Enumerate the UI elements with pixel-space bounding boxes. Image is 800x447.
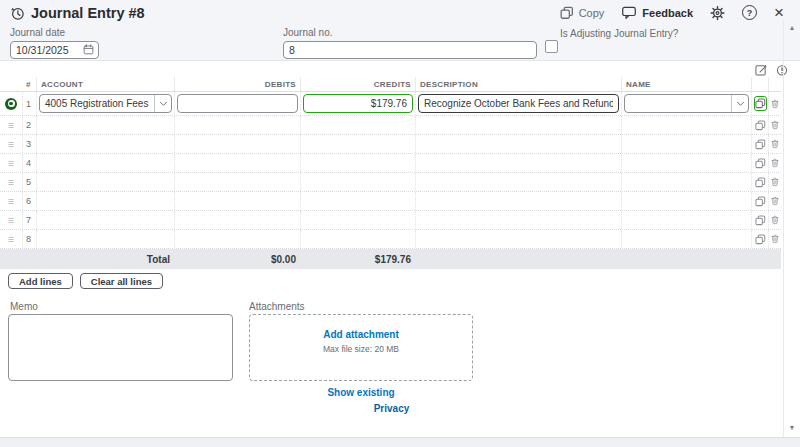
row-number: 5 <box>22 173 36 191</box>
col-debits: DEBITS <box>174 77 300 91</box>
drag-handle-icon[interactable]: ≡ <box>8 158 14 168</box>
duplicate-row-icon[interactable] <box>755 196 766 207</box>
credits-cell[interactable] <box>300 173 415 191</box>
credits-cell[interactable] <box>300 192 415 210</box>
account-cell[interactable] <box>36 173 174 191</box>
chevron-down-icon[interactable] <box>731 95 748 112</box>
name-cell[interactable] <box>621 116 751 134</box>
title-row: Journal Entry #8 <box>10 5 145 21</box>
debits-cell[interactable] <box>174 116 300 134</box>
description-cell[interactable] <box>415 135 621 153</box>
credits-cell[interactable] <box>300 154 415 172</box>
feedback-button[interactable]: Feedback <box>621 5 693 20</box>
delete-row-icon[interactable] <box>771 195 779 207</box>
account-cell[interactable] <box>36 116 174 134</box>
duplicate-row-icon[interactable] <box>755 139 766 150</box>
help-icon[interactable]: ? <box>742 5 757 20</box>
debits-cell[interactable] <box>174 211 300 229</box>
duplicate-row-icon[interactable] <box>755 120 766 131</box>
col-credits: CREDITS <box>300 77 415 91</box>
show-existing-link[interactable]: Show existing <box>249 387 473 398</box>
credits-input[interactable] <box>303 94 413 113</box>
table-row-4: ≡ 4 <box>0 154 781 173</box>
debits-cell[interactable] <box>174 154 300 172</box>
history-icon[interactable] <box>10 6 25 21</box>
debits-cell[interactable] <box>174 230 300 248</box>
delete-row-icon[interactable] <box>771 214 779 226</box>
drag-handle-icon[interactable]: ≡ <box>8 215 14 225</box>
drag-handle-icon[interactable]: ≡ <box>8 120 14 130</box>
col-name: NAME <box>621 77 751 91</box>
credits-cell[interactable] <box>300 230 415 248</box>
delete-row-icon[interactable] <box>771 233 779 245</box>
row-number: 2 <box>22 116 36 134</box>
description-cell[interactable] <box>415 173 621 191</box>
name-cell[interactable] <box>621 173 751 191</box>
chevron-down-icon[interactable] <box>154 95 171 112</box>
account-cell[interactable] <box>36 192 174 210</box>
name-cell[interactable] <box>621 192 751 210</box>
vertical-scrollbar[interactable]: ▲ ▼ <box>783 20 800 437</box>
row-number: 6 <box>22 192 36 210</box>
description-cell[interactable] <box>415 211 621 229</box>
name-cell[interactable] <box>621 230 751 248</box>
add-attachment-link[interactable]: Add attachment <box>250 329 472 340</box>
delete-row-icon[interactable] <box>771 138 779 150</box>
edit-columns-icon[interactable] <box>753 62 768 77</box>
delete-row-icon[interactable] <box>771 176 779 188</box>
adjusting-checkbox[interactable] <box>545 40 558 53</box>
adjusting-label: Is Adjusting Journal Entry? <box>560 28 678 39</box>
delete-row-icon[interactable] <box>771 98 779 110</box>
delete-row-icon[interactable] <box>771 157 779 169</box>
copy-button[interactable]: Copy <box>560 6 605 20</box>
description-cell[interactable] <box>415 192 621 210</box>
description-cell[interactable] <box>415 154 621 172</box>
name-cell[interactable] <box>621 135 751 153</box>
name-select[interactable] <box>624 94 749 113</box>
description-cell[interactable] <box>415 230 621 248</box>
debits-cell[interactable] <box>174 135 300 153</box>
calendar-icon[interactable] <box>83 44 94 55</box>
journal-no-input[interactable] <box>283 41 537 59</box>
scroll-down-icon[interactable]: ▼ <box>784 424 800 431</box>
name-cell[interactable] <box>621 154 751 172</box>
drag-handle-icon[interactable]: ≡ <box>8 139 14 149</box>
attachment-dropzone[interactable]: Add attachment Max file size: 20 MB <box>249 314 473 381</box>
account-cell[interactable] <box>36 154 174 172</box>
debits-cell[interactable] <box>174 173 300 191</box>
gear-icon[interactable] <box>710 5 725 20</box>
description-cell[interactable] <box>415 116 621 134</box>
attachments-label: Attachments <box>249 301 305 312</box>
account-cell[interactable] <box>36 135 174 153</box>
drag-handle-icon[interactable]: ≡ <box>8 177 14 187</box>
journal-entry-page: Journal Entry #8 Copy Feedback <box>0 0 800 447</box>
description-input[interactable] <box>418 94 619 113</box>
clear-all-lines-button[interactable]: Clear all lines <box>80 273 163 289</box>
name-cell <box>621 92 751 115</box>
debits-input[interactable] <box>177 94 298 113</box>
scroll-up-icon[interactable]: ▲ <box>784 24 800 31</box>
account-cell[interactable] <box>36 211 174 229</box>
duplicate-row-icon[interactable] <box>755 234 766 245</box>
account-select[interactable]: 4005 Registration Fees <box>39 94 172 113</box>
credits-cell[interactable] <box>300 116 415 134</box>
delete-row-icon[interactable] <box>771 119 779 131</box>
journal-date-label: Journal date <box>10 27 99 38</box>
memo-textarea[interactable] <box>8 314 233 381</box>
drag-handle-icon[interactable]: ≡ <box>8 196 14 206</box>
credits-cell[interactable] <box>300 211 415 229</box>
close-icon[interactable]: × <box>774 5 784 20</box>
duplicate-row-icon[interactable] <box>754 96 767 111</box>
debits-cell[interactable] <box>174 192 300 210</box>
account-cell: 4005 Registration Fees <box>36 92 174 115</box>
credits-cell[interactable] <box>300 135 415 153</box>
col-num: # <box>22 77 36 91</box>
duplicate-row-icon[interactable] <box>755 158 766 169</box>
privacy-link[interactable]: Privacy <box>0 403 783 414</box>
name-cell[interactable] <box>621 211 751 229</box>
drag-handle-icon[interactable]: ≡ <box>8 234 14 244</box>
add-lines-button[interactable]: Add lines <box>8 273 73 289</box>
duplicate-row-icon[interactable] <box>755 215 766 226</box>
account-cell[interactable] <box>36 230 174 248</box>
duplicate-row-icon[interactable] <box>755 177 766 188</box>
